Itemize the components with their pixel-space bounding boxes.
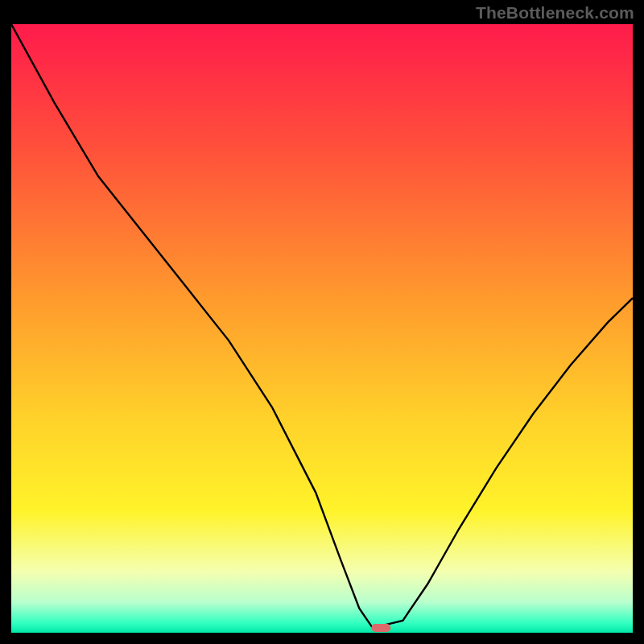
watermark-text: TheBottleneck.com (476, 3, 634, 23)
plot-area (11, 24, 633, 633)
optimal-marker (371, 624, 390, 632)
bottleneck-chart (11, 24, 633, 633)
gradient-background (11, 24, 633, 633)
chart-frame: TheBottleneck.com (0, 0, 644, 644)
